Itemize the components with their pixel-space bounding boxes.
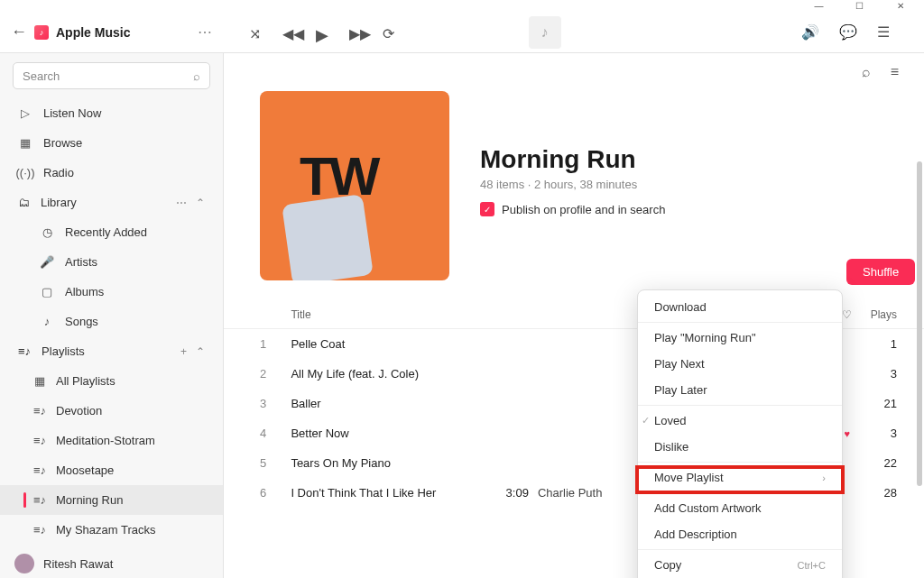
sidebar-item-listen-now[interactable]: ▷Listen Now bbox=[0, 98, 223, 128]
app-title: Apple Music bbox=[56, 25, 130, 40]
ctx-play[interactable]: Play "Morning Run" bbox=[638, 322, 842, 351]
sidebar-item-devotion[interactable]: ≡♪Devotion bbox=[0, 396, 223, 426]
sidebar: Search ⌕ ▷Listen Now ▦Browse ((·))Radio … bbox=[0, 53, 224, 578]
publish-toggle[interactable]: ✓ Publish on profile and in search bbox=[480, 202, 665, 216]
chevron-up-icon[interactable]: ⌃ bbox=[196, 345, 205, 358]
context-menu: Download Play "Morning Run" Play Next Pl… bbox=[637, 289, 843, 578]
search-icon: ⌕ bbox=[193, 69, 200, 83]
mic-icon: 🎤 bbox=[40, 255, 54, 269]
note-icon: ♪ bbox=[40, 315, 54, 328]
sidebar-item-albums[interactable]: ▢Albums bbox=[0, 277, 223, 307]
window-titlebar: — ☐ ✕ bbox=[0, 0, 924, 12]
shuffle-button[interactable]: Shuffle bbox=[846, 259, 915, 285]
volume-icon[interactable]: 🔊 bbox=[801, 23, 819, 41]
sidebar-item-shazam[interactable]: ≡♪My Shazam Tracks bbox=[0, 515, 223, 545]
sidebar-section-playlists[interactable]: ≡♪Playlists+⌃ bbox=[0, 336, 223, 366]
play-circle-icon: ▷ bbox=[18, 106, 32, 120]
sidebar-item-songs[interactable]: ♪Songs bbox=[0, 307, 223, 336]
ctx-add-description[interactable]: Add Description bbox=[638, 521, 842, 547]
playlist-icon: ≡♪ bbox=[32, 523, 47, 537]
lyrics-icon[interactable]: 💬 bbox=[839, 23, 857, 41]
play-icon[interactable]: ▶ bbox=[316, 25, 329, 39]
sidebar-item-artists[interactable]: 🎤Artists bbox=[0, 247, 223, 277]
sidebar-item-moosetape[interactable]: ≡♪Moosetape bbox=[0, 455, 223, 485]
sidebar-item-meditation[interactable]: ≡♪Meditation-Stotram bbox=[0, 426, 223, 455]
ctx-download[interactable]: Download bbox=[638, 294, 842, 320]
ctx-play-later[interactable]: Play Later bbox=[638, 377, 842, 403]
sidebar-item-radio[interactable]: ((·))Radio bbox=[0, 158, 223, 188]
clock-icon: ◷ bbox=[40, 225, 54, 239]
sidebar-item-browse[interactable]: ▦Browse bbox=[0, 128, 223, 158]
sidebar-more-icon[interactable]: ⋯ bbox=[198, 23, 213, 41]
album-icon: ▢ bbox=[40, 285, 54, 298]
grid-small-icon: ▦ bbox=[32, 374, 47, 388]
close-window-button[interactable]: ✕ bbox=[880, 0, 920, 12]
next-icon[interactable]: ▶▶ bbox=[349, 25, 363, 39]
minimize-button[interactable]: — bbox=[799, 0, 839, 12]
sidebar-item-recently-added[interactable]: ◷Recently Added bbox=[0, 217, 223, 247]
search-placeholder: Search bbox=[23, 69, 60, 83]
shuffle-icon[interactable]: ⤨ bbox=[249, 25, 263, 39]
queue-icon[interactable]: ☰ bbox=[877, 23, 890, 41]
ctx-add-artwork[interactable]: Add Custom Artwork bbox=[638, 492, 842, 521]
chevron-up-icon[interactable]: ⌃ bbox=[196, 197, 205, 209]
ctx-loved[interactable]: Loved bbox=[638, 405, 842, 434]
user-name: Ritesh Rawat bbox=[43, 557, 113, 571]
previous-icon[interactable]: ◀◀ bbox=[282, 25, 296, 39]
chevron-right-icon: › bbox=[822, 472, 826, 483]
playlist-icon: ≡♪ bbox=[32, 434, 47, 447]
checkbox-checked-icon: ✓ bbox=[480, 202, 494, 216]
user-profile[interactable]: Ritesh Rawat bbox=[0, 545, 223, 578]
playlist-icon: ≡♪ bbox=[32, 404, 47, 417]
radio-icon: ((·)) bbox=[18, 166, 32, 179]
sidebar-section-library[interactable]: 🗂Library⋯⌃ bbox=[0, 188, 223, 217]
apple-music-logo-icon: ♪ bbox=[34, 25, 49, 40]
avatar bbox=[14, 554, 34, 573]
playlist-artwork[interactable] bbox=[260, 91, 449, 280]
ctx-play-next[interactable]: Play Next bbox=[638, 351, 842, 377]
filter-icon[interactable]: ≡ bbox=[891, 64, 899, 80]
now-playing-artwork: ♪ bbox=[529, 16, 561, 49]
add-icon[interactable]: + bbox=[180, 345, 187, 358]
ctx-dislike[interactable]: Dislike bbox=[638, 434, 842, 460]
search-input[interactable]: Search ⌕ bbox=[13, 62, 210, 89]
playlist-subtitle: 48 items · 2 hours, 38 minutes bbox=[480, 178, 665, 191]
playlist-title: Morning Run bbox=[480, 145, 665, 174]
playlists-icon: ≡♪ bbox=[18, 344, 31, 358]
ctx-move-playlist[interactable]: Move Playlist› bbox=[638, 462, 842, 491]
playlist-icon: ≡♪ bbox=[32, 493, 47, 507]
library-icon: 🗂 bbox=[18, 196, 30, 209]
more-icon[interactable]: ⋯ bbox=[176, 197, 187, 209]
top-bar: ← ♪ Apple Music ⋯ ⤨ ◀◀ ▶ ▶▶ ⟳ ♪ 🔊 💬 ☰ bbox=[0, 12, 924, 53]
main-content: ⌕ ≡ Morning Run 48 items · 2 hours, 38 m… bbox=[224, 53, 924, 578]
scrollbar[interactable] bbox=[917, 161, 922, 486]
grid-icon: ▦ bbox=[18, 136, 32, 150]
sidebar-item-all-playlists[interactable]: ▦All Playlists bbox=[0, 366, 223, 396]
maximize-button[interactable]: ☐ bbox=[839, 0, 880, 12]
col-plays[interactable]: Plays bbox=[857, 308, 897, 321]
ctx-copy[interactable]: CopyCtrl+C bbox=[638, 549, 842, 578]
col-title[interactable]: Title bbox=[291, 308, 480, 321]
repeat-icon[interactable]: ⟳ bbox=[383, 25, 396, 39]
main-search-icon[interactable]: ⌕ bbox=[862, 64, 871, 80]
sidebar-item-morning-run[interactable]: ≡♪Morning Run bbox=[0, 485, 223, 515]
playlist-icon: ≡♪ bbox=[32, 463, 47, 477]
back-button[interactable]: ← bbox=[11, 23, 27, 41]
